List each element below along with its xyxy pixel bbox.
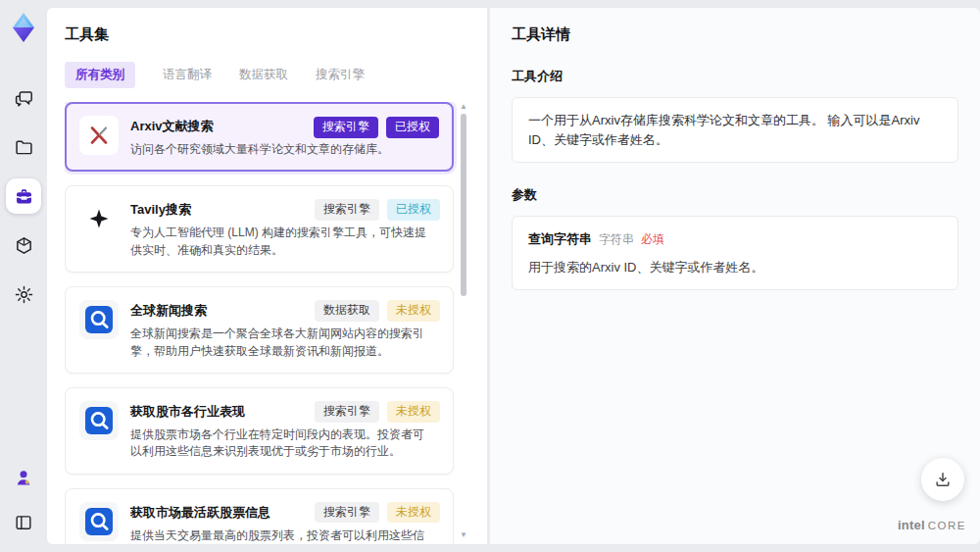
tool-description: 提供股票市场各个行业在特定时间段内的表现。投资者可以利用这些信息来识别表现优于或…: [130, 427, 426, 461]
news-search-icon: [79, 401, 119, 440]
tool-card-sector-performance[interactable]: 获取股市各行业表现 提供股票市场各个行业在特定时间段内的表现。投资者可以利用这些…: [65, 387, 454, 475]
auth-status-badge: 未授权: [387, 401, 440, 423]
tool-description: 提供当天交易量最高的股票列表，投资者可以利用这些信息来识别流动性强的股票和潜在的…: [130, 527, 426, 544]
auth-status-badge: 已授权: [387, 199, 440, 221]
intro-heading: 工具介绍: [512, 68, 958, 85]
category-tabs: 所有类别 语言翻译 数据获取 搜索引擎: [65, 62, 469, 88]
icon-sidebar: [0, 0, 47, 552]
sidebar-nav: [6, 80, 41, 312]
scrollbar-thumb[interactable]: [461, 114, 466, 296]
param-description: 用于搜索的Arxiv ID、关键字或作者姓名。: [528, 258, 942, 277]
tavily-star-icon: [79, 199, 119, 238]
category-badge: 搜索引擎: [315, 199, 379, 221]
page-title: 工具集: [65, 25, 469, 44]
auth-status-badge: 未授权: [387, 300, 440, 322]
scroll-down-arrow[interactable]: ▼: [458, 530, 469, 540]
scroll-up-arrow[interactable]: ▲: [458, 102, 469, 112]
tab-language-translation[interactable]: 语言翻译: [163, 62, 212, 88]
category-badge: 数据获取: [315, 300, 379, 322]
intel-core-logo: intel CORE: [898, 518, 966, 532]
category-badge: 搜索引擎: [314, 117, 378, 138]
param-box: 查询字符串 字符串 必填 用于搜索的Arxiv ID、关键字或作者姓名。: [512, 216, 958, 290]
param-type: 字符串: [599, 230, 634, 248]
app-logo-icon[interactable]: [7, 10, 40, 45]
tool-card-arxiv[interactable]: Arxiv文献搜索 访问各个研究领域大量科学论文和文章的存储库。 搜索引擎 已授…: [65, 102, 454, 172]
list-scrollbar[interactable]: ▲ ▼: [458, 102, 469, 540]
user-avatar-icon[interactable]: [6, 460, 41, 495]
cube-icon[interactable]: [6, 227, 41, 263]
param-name: 查询字符串: [528, 229, 592, 249]
download-button[interactable]: [921, 458, 964, 501]
tab-all-categories[interactable]: 所有类别: [65, 62, 135, 88]
toolbox-icon-active[interactable]: [6, 178, 41, 214]
tool-description: 专为人工智能代理 (LLM) 构建的搜索引擎工具，可快速提供实时、准确和真实的结…: [130, 225, 426, 259]
category-badge: 搜索引擎: [315, 502, 379, 524]
panel-toggle-icon[interactable]: [6, 505, 41, 540]
tool-list: Arxiv文献搜索 访问各个研究领域大量科学论文和文章的存储库。 搜索引擎 已授…: [65, 102, 469, 544]
category-badge: 搜索引擎: [315, 401, 379, 423]
auth-status-badge: 已授权: [386, 117, 439, 138]
param-required-flag: 必填: [641, 230, 664, 248]
tool-card-tavily[interactable]: Tavily搜索 专为人工智能代理 (LLM) 构建的搜索引擎工具，可快速提供实…: [65, 185, 454, 273]
arxiv-logo-icon: [79, 116, 119, 155]
news-search-icon: [79, 502, 119, 541]
news-search-icon: [79, 300, 119, 339]
core-wordmark: CORE: [928, 520, 966, 531]
settings-gear-icon[interactable]: [6, 276, 41, 312]
chat-icon[interactable]: [6, 80, 41, 116]
detail-panel: 工具详情 工具介绍 一个用于从Arxiv存储库搜索科学论文和文章的工具。 输入可…: [490, 8, 980, 544]
tool-intro-box: 一个用于从Arxiv存储库搜索科学论文和文章的工具。 输入可以是Arxiv ID…: [512, 97, 958, 163]
intel-wordmark: intel: [898, 518, 925, 532]
params-heading: 参数: [512, 186, 958, 204]
sidebar-bottom: [6, 460, 41, 540]
folder-icon[interactable]: [6, 129, 41, 165]
tool-card-most-active-stocks[interactable]: 获取市场最活跃股票信息 提供当天交易量最高的股票列表，投资者可以利用这些信息来识…: [65, 488, 454, 544]
auth-status-badge: 未授权: [387, 502, 440, 524]
tool-description: 全球新闻搜索是一个聚合全球各大新闻网站内容的搜索引擎，帮助用户快速获取全球最新资…: [130, 326, 426, 360]
detail-title: 工具详情: [512, 25, 958, 44]
tool-description: 访问各个研究领域大量科学论文和文章的存储库。: [130, 141, 426, 158]
tools-panel: 工具集 所有类别 语言翻译 数据获取 搜索引擎 Arxiv文献搜索 访问: [47, 8, 487, 544]
app-root: 工具集 所有类别 语言翻译 数据获取 搜索引擎 Arxiv文献搜索 访问: [0, 0, 980, 552]
tab-search-engine[interactable]: 搜索引擎: [316, 62, 365, 88]
tool-card-global-news[interactable]: 全球新闻搜索 全球新闻搜索是一个聚合全球各大新闻网站内容的搜索引擎，帮助用户快速…: [65, 286, 454, 374]
tab-data-fetching[interactable]: 数据获取: [239, 62, 288, 88]
